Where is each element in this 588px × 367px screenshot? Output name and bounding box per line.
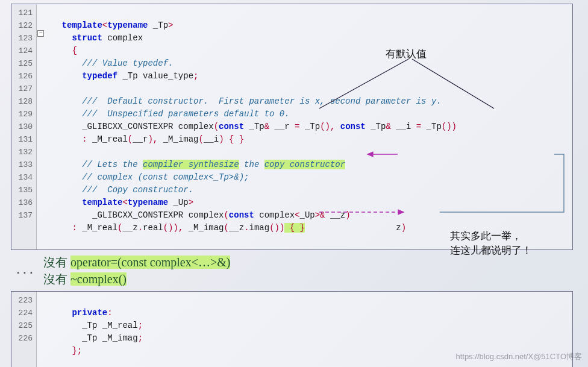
middle-text: 沒有 operator=(const complex<…>&) 沒有 ~comp… — [43, 254, 230, 287]
watermark: https://blog.csdn.net/X@51CTO博客 — [456, 351, 583, 362]
annotation-right: 其实多此一举，连这儿都说明了！ — [450, 229, 532, 258]
gutter-1: 121122123 124125126 127128129 130131132 … — [11, 4, 37, 249]
gutter-2: 223224 225226 — [11, 292, 37, 367]
fold-marker-icon[interactable]: − — [37, 30, 44, 37]
code-block-1: 121122123 124125126 127128129 130131132 … — [11, 4, 573, 250]
annotation-top: 有默认值 — [386, 47, 427, 61]
ellipsis: ... — [11, 265, 43, 277]
code-area-1: template<typename _Tp> struct complex { … — [37, 4, 572, 249]
middle-notes: ... 沒有 operator=(const complex<…>&) 沒有 ~… — [11, 254, 573, 287]
